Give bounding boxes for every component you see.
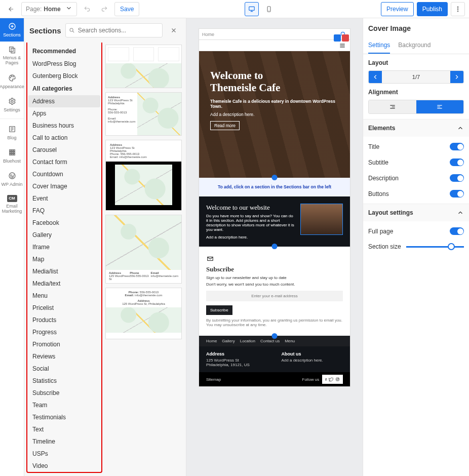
category-item[interactable]: WordPress Blog — [28, 58, 100, 70]
rail-blog[interactable]: Blog — [0, 121, 24, 144]
desktop-view-button[interactable] — [245, 2, 259, 16]
publish-button[interactable]: Publish — [417, 2, 448, 16]
instagram-icon[interactable] — [335, 376, 340, 383]
tab-background[interactable]: Background — [398, 38, 431, 54]
undo-button[interactable] — [80, 2, 94, 16]
subscribe-button[interactable]: Subscribe — [206, 305, 232, 315]
category-item[interactable]: Business hours — [28, 120, 100, 132]
category-item[interactable]: Gallery — [28, 229, 100, 241]
rail-sections[interactable]: Sections — [0, 18, 24, 42]
redo-button[interactable] — [97, 2, 111, 16]
welcome-image[interactable] — [300, 204, 343, 235]
page-frame[interactable]: Home Welcome toThemeisle Cafe Themeisle … — [199, 28, 350, 466]
section-thumbnail[interactable]: Address123 WordPress StPhiladelphiaPhone… — [105, 140, 182, 211]
hero-cta-button[interactable]: Read more — [210, 121, 240, 130]
elements-accordion-head[interactable]: Elements — [363, 119, 469, 137]
svg-point-9 — [11, 76, 12, 76]
rail-wp-admin[interactable]: WP Admin — [0, 168, 24, 191]
preview-button[interactable]: Preview — [381, 2, 414, 16]
category-item[interactable]: Event — [28, 192, 100, 205]
category-item[interactable]: Products — [28, 314, 100, 326]
hamburger-icon[interactable] — [339, 42, 346, 49]
add-section-button[interactable] — [272, 244, 278, 249]
element-toggle[interactable] — [450, 174, 464, 182]
category-item[interactable]: Map — [28, 253, 100, 265]
footer-nav-link[interactable]: Contact us — [260, 339, 280, 343]
layout-settings-accordion-head[interactable]: Layout settings — [363, 204, 469, 221]
page-selector[interactable]: Page: Home — [21, 2, 77, 16]
category-item[interactable]: Subscribe — [28, 387, 100, 399]
category-item[interactable]: Statistics — [28, 375, 100, 387]
category-item[interactable]: Contact form — [28, 156, 100, 168]
chevron-up-icon — [457, 209, 464, 216]
footer-nav-link[interactable]: Home — [206, 339, 217, 343]
footer-nav-link[interactable]: Gallery — [222, 339, 235, 343]
rail-bluehost[interactable]: Bluehost — [0, 144, 24, 168]
fullpage-toggle[interactable] — [450, 227, 464, 235]
category-item[interactable]: FAQ — [28, 205, 100, 217]
footer-nav-link[interactable]: Location — [240, 339, 255, 343]
tab-settings[interactable]: Settings — [368, 38, 390, 54]
layout-next-button[interactable] — [450, 71, 463, 83]
rail-settings[interactable]: Settings — [0, 93, 24, 116]
category-item[interactable]: Promotion — [28, 338, 100, 350]
category-item[interactable]: Iframe — [28, 241, 100, 253]
subscribe-section[interactable]: Subscribe Sign up to our newsletter and … — [199, 246, 350, 336]
category-item[interactable]: Apps — [28, 107, 100, 120]
category-item[interactable]: Reviews — [28, 350, 100, 363]
add-section-button[interactable] — [272, 175, 278, 180]
category-item[interactable]: Social — [28, 363, 100, 375]
section-thumbnail[interactable] — [105, 45, 182, 88]
facebook-icon[interactable]: f — [325, 377, 327, 382]
category-item[interactable]: Media/text — [28, 277, 100, 290]
email-input[interactable] — [206, 291, 343, 301]
layout-prev-button[interactable] — [369, 71, 382, 83]
element-toggle[interactable] — [450, 158, 464, 166]
rail-menus-pages[interactable]: Menus & Pages — [0, 42, 24, 70]
welcome-section[interactable]: Welcome to our website Do you have more … — [199, 196, 350, 247]
category-item[interactable]: Call to action — [28, 132, 100, 144]
category-item[interactable]: USPs — [28, 448, 100, 460]
close-sections-button[interactable] — [167, 23, 181, 37]
rail-appearance[interactable]: Appearance — [0, 70, 24, 93]
category-item[interactable]: Progress — [28, 326, 100, 338]
search-field[interactable] — [78, 27, 162, 34]
section-thumbnail[interactable]: Address123 WordPress StPhiladelphiaPhone… — [105, 92, 182, 136]
element-label: Subtitle — [368, 159, 388, 166]
category-item[interactable]: Team — [28, 399, 100, 411]
category-item[interactable]: Timeline — [28, 435, 100, 448]
element-toggle[interactable] — [450, 143, 464, 150]
save-button[interactable]: Save — [114, 2, 139, 16]
category-item[interactable]: Testimonials — [28, 411, 100, 423]
back-button[interactable] — [4, 2, 18, 16]
rail-email-marketing[interactable]: CM Email Marketing — [0, 191, 24, 218]
category-item[interactable]: Address — [28, 95, 100, 107]
category-item[interactable]: Carousel — [28, 144, 100, 156]
hero-section[interactable]: Welcome toThemeisle Cafe Themeisle Cafe … — [199, 51, 350, 178]
element-toggle[interactable] — [450, 190, 464, 197]
add-section-button[interactable] — [272, 333, 278, 339]
category-item[interactable]: Cover Image — [28, 180, 100, 192]
footer-nav-link[interactable]: Menu — [285, 339, 295, 343]
section-thumbnail[interactable]: Phone: 556-555-0013Email: info@themeisle… — [105, 288, 182, 339]
category-item[interactable]: Text — [28, 423, 100, 435]
svg-rect-13 — [9, 149, 11, 151]
section-edit-icon[interactable] — [334, 34, 341, 42]
category-item[interactable]: Media/list — [28, 265, 100, 277]
mobile-view-button[interactable] — [262, 2, 276, 16]
category-item[interactable]: Countdown — [28, 168, 100, 180]
layout-pager: 1/7 — [368, 70, 464, 84]
sectionsize-slider[interactable] — [406, 246, 464, 248]
align-right-button[interactable] — [369, 100, 416, 113]
twitter-icon[interactable] — [329, 376, 333, 383]
category-item[interactable]: Gutenberg Block — [28, 70, 100, 82]
search-sections-input[interactable] — [65, 23, 163, 37]
category-item[interactable]: Pricelist — [28, 302, 100, 314]
category-item[interactable]: Menu — [28, 290, 100, 302]
align-left-button[interactable] — [416, 100, 464, 113]
more-options-button[interactable] — [451, 2, 465, 16]
category-item[interactable]: Facebook — [28, 217, 100, 229]
category-item[interactable]: Video — [28, 460, 100, 472]
section-delete-icon[interactable] — [342, 34, 349, 42]
section-thumbnail[interactable]: Address125 WordPress StPhone556-555-0013… — [105, 215, 182, 284]
